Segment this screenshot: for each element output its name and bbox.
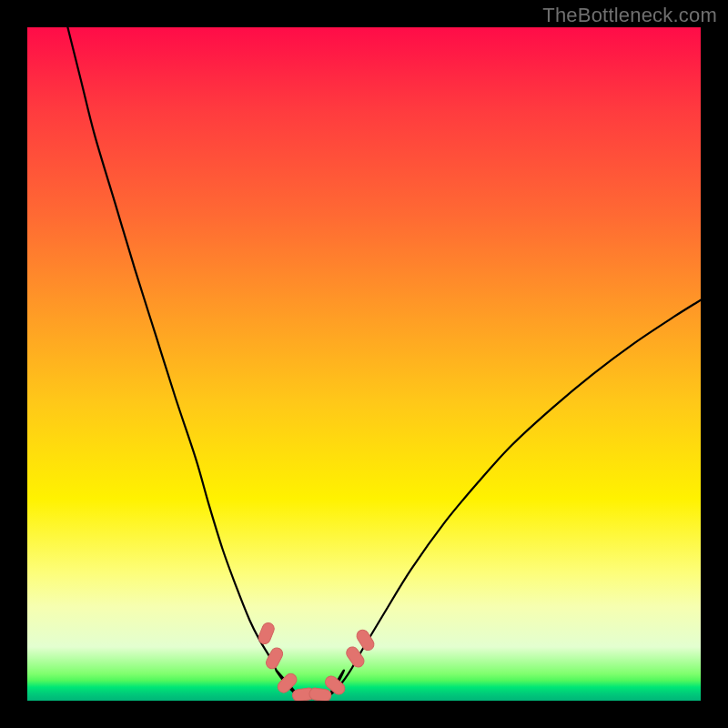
watermark-text: TheBottleneck.com (542, 4, 717, 27)
marker-group (257, 621, 376, 701)
svg-rect-0 (257, 621, 276, 645)
valley-marker (308, 687, 332, 701)
bottleneck-curve (67, 27, 701, 697)
plot-area (27, 27, 701, 701)
svg-rect-1 (264, 646, 285, 671)
valley-marker (264, 646, 285, 671)
svg-rect-4 (308, 687, 332, 701)
chart-frame: TheBottleneck.com (0, 0, 728, 728)
curve-group (67, 27, 701, 697)
valley-marker (257, 621, 276, 645)
curve-svg (27, 27, 701, 701)
